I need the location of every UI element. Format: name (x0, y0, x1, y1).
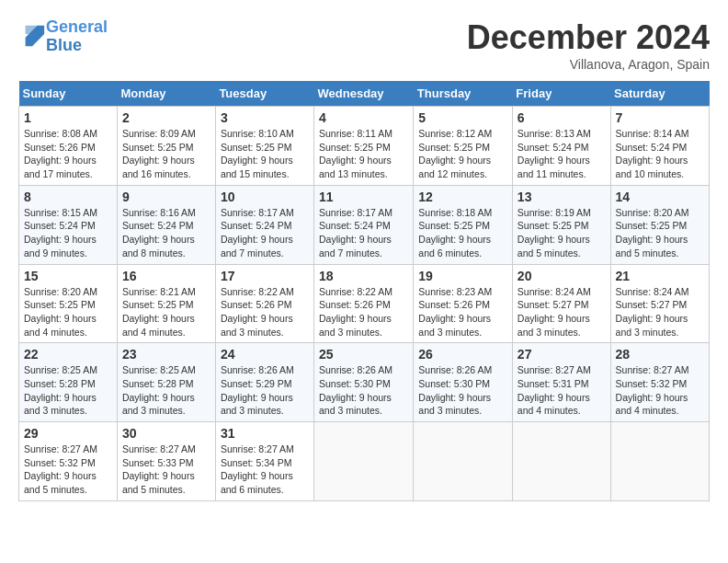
day-info: Sunrise: 8:08 AMSunset: 5:26 PMDaylight:… (24, 127, 112, 181)
day-number: 11 (319, 190, 408, 204)
day-info: Sunrise: 8:18 AMSunset: 5:25 PMDaylight:… (418, 206, 507, 260)
day-info: Sunrise: 8:24 AMSunset: 5:27 PMDaylight:… (616, 285, 704, 339)
day-number: 8 (24, 190, 112, 204)
calendar-cell: 4 Sunrise: 8:11 AMSunset: 5:25 PMDayligh… (314, 107, 414, 186)
calendar-cell (414, 422, 513, 501)
day-info: Sunrise: 8:20 AMSunset: 5:25 PMDaylight:… (24, 285, 112, 339)
day-info: Sunrise: 8:26 AMSunset: 5:30 PMDaylight:… (418, 363, 507, 418)
calendar-cell: 30 Sunrise: 8:27 AMSunset: 5:33 PMDaylig… (117, 422, 215, 501)
day-info: Sunrise: 8:27 AMSunset: 5:31 PMDaylight:… (518, 363, 606, 418)
calendar-cell: 20 Sunrise: 8:24 AMSunset: 5:27 PMDaylig… (512, 264, 610, 343)
day-number: 29 (24, 426, 112, 441)
col-header-wednesday: Wednesday (314, 81, 414, 107)
logo-icon (20, 22, 46, 48)
calendar-cell: 14 Sunrise: 8:20 AMSunset: 5:25 PMDaylig… (610, 185, 709, 264)
day-number: 26 (418, 347, 507, 362)
calendar-cell: 21 Sunrise: 8:24 AMSunset: 5:27 PMDaylig… (610, 264, 709, 343)
day-info: Sunrise: 8:20 AMSunset: 5:25 PMDaylight:… (616, 206, 704, 260)
day-info: Sunrise: 8:13 AMSunset: 5:24 PMDaylight:… (518, 127, 606, 181)
day-number: 18 (319, 269, 408, 283)
calendar-header-row: SundayMondayTuesdayWednesdayThursdayFrid… (19, 81, 710, 107)
day-info: Sunrise: 8:10 AMSunset: 5:25 PMDaylight:… (221, 127, 309, 181)
day-info: Sunrise: 8:22 AMSunset: 5:26 PMDaylight:… (221, 285, 309, 339)
page-header: General Blue December 2024 Villanova, Ar… (18, 18, 710, 72)
day-info: Sunrise: 8:15 AMSunset: 5:24 PMDaylight:… (24, 206, 112, 260)
col-header-friday: Friday (512, 81, 610, 107)
day-number: 6 (518, 110, 606, 125)
calendar-cell: 5 Sunrise: 8:12 AMSunset: 5:25 PMDayligh… (414, 107, 513, 186)
calendar-week-2: 8 Sunrise: 8:15 AMSunset: 5:24 PMDayligh… (19, 185, 710, 264)
day-info: Sunrise: 8:27 AMSunset: 5:32 PMDaylight:… (24, 442, 112, 497)
day-info: Sunrise: 8:16 AMSunset: 5:24 PMDaylight:… (122, 206, 210, 260)
day-number: 12 (418, 190, 507, 204)
day-number: 20 (518, 269, 606, 283)
day-info: Sunrise: 8:24 AMSunset: 5:27 PMDaylight:… (518, 285, 606, 339)
day-number: 30 (122, 426, 210, 441)
calendar-cell: 13 Sunrise: 8:19 AMSunset: 5:25 PMDaylig… (512, 185, 610, 264)
calendar-cell: 25 Sunrise: 8:26 AMSunset: 5:30 PMDaylig… (314, 343, 414, 422)
day-number: 14 (616, 190, 704, 204)
col-header-saturday: Saturday (610, 81, 709, 107)
day-number: 4 (319, 110, 408, 125)
calendar-cell: 3 Sunrise: 8:10 AMSunset: 5:25 PMDayligh… (215, 107, 313, 186)
day-number: 2 (122, 110, 210, 125)
calendar-cell: 10 Sunrise: 8:17 AMSunset: 5:24 PMDaylig… (215, 185, 313, 264)
day-number: 10 (221, 190, 309, 204)
day-info: Sunrise: 8:14 AMSunset: 5:24 PMDaylight:… (616, 127, 704, 181)
calendar-cell: 6 Sunrise: 8:13 AMSunset: 5:24 PMDayligh… (512, 107, 610, 186)
day-info: Sunrise: 8:17 AMSunset: 5:24 PMDaylight:… (221, 206, 309, 260)
calendar-week-5: 29 Sunrise: 8:27 AMSunset: 5:32 PMDaylig… (19, 422, 710, 501)
title-block: December 2024 Villanova, Aragon, Spain (467, 18, 710, 72)
calendar-cell: 11 Sunrise: 8:17 AMSunset: 5:24 PMDaylig… (314, 185, 414, 264)
day-info: Sunrise: 8:19 AMSunset: 5:25 PMDaylight:… (518, 206, 606, 260)
calendar-cell: 19 Sunrise: 8:23 AMSunset: 5:26 PMDaylig… (414, 264, 513, 343)
calendar-table: SundayMondayTuesdayWednesdayThursdayFrid… (18, 81, 710, 501)
day-info: Sunrise: 8:17 AMSunset: 5:24 PMDaylight:… (319, 206, 408, 260)
calendar-cell: 28 Sunrise: 8:27 AMSunset: 5:32 PMDaylig… (610, 343, 709, 422)
day-info: Sunrise: 8:27 AMSunset: 5:33 PMDaylight:… (122, 442, 210, 497)
location: Villanova, Aragon, Spain (467, 57, 710, 72)
calendar-cell: 29 Sunrise: 8:27 AMSunset: 5:32 PMDaylig… (19, 422, 118, 501)
calendar-cell: 12 Sunrise: 8:18 AMSunset: 5:25 PMDaylig… (414, 185, 513, 264)
day-info: Sunrise: 8:23 AMSunset: 5:26 PMDaylight:… (418, 285, 507, 339)
calendar-cell: 26 Sunrise: 8:26 AMSunset: 5:30 PMDaylig… (414, 343, 513, 422)
calendar-cell: 9 Sunrise: 8:16 AMSunset: 5:24 PMDayligh… (117, 185, 215, 264)
day-number: 31 (221, 426, 309, 441)
calendar-week-4: 22 Sunrise: 8:25 AMSunset: 5:28 PMDaylig… (19, 343, 710, 422)
day-number: 13 (518, 190, 606, 204)
day-info: Sunrise: 8:26 AMSunset: 5:30 PMDaylight:… (319, 363, 408, 418)
day-number: 25 (319, 347, 408, 362)
calendar-cell: 15 Sunrise: 8:20 AMSunset: 5:25 PMDaylig… (19, 264, 118, 343)
calendar-week-3: 15 Sunrise: 8:20 AMSunset: 5:25 PMDaylig… (19, 264, 710, 343)
day-number: 9 (122, 190, 210, 204)
day-info: Sunrise: 8:22 AMSunset: 5:26 PMDaylight:… (319, 285, 408, 339)
calendar-cell: 16 Sunrise: 8:21 AMSunset: 5:25 PMDaylig… (117, 264, 215, 343)
calendar-cell (512, 422, 610, 501)
day-number: 1 (24, 110, 112, 125)
day-number: 3 (221, 110, 309, 125)
logo: General Blue (18, 18, 108, 55)
day-info: Sunrise: 8:25 AMSunset: 5:28 PMDaylight:… (24, 363, 112, 418)
month-title: December 2024 (467, 18, 710, 57)
col-header-monday: Monday (117, 81, 215, 107)
calendar-week-1: 1 Sunrise: 8:08 AMSunset: 5:26 PMDayligh… (19, 107, 710, 186)
day-number: 21 (616, 269, 704, 283)
day-number: 24 (221, 347, 309, 362)
calendar-cell: 8 Sunrise: 8:15 AMSunset: 5:24 PMDayligh… (19, 185, 118, 264)
day-number: 15 (24, 269, 112, 283)
day-number: 28 (616, 347, 704, 362)
day-number: 19 (418, 269, 507, 283)
day-info: Sunrise: 8:25 AMSunset: 5:28 PMDaylight:… (122, 363, 210, 418)
logo-text: General Blue (46, 18, 108, 55)
calendar-cell (610, 422, 709, 501)
day-info: Sunrise: 8:11 AMSunset: 5:25 PMDaylight:… (319, 127, 408, 181)
calendar-cell: 24 Sunrise: 8:26 AMSunset: 5:29 PMDaylig… (215, 343, 313, 422)
day-info: Sunrise: 8:26 AMSunset: 5:29 PMDaylight:… (221, 363, 309, 418)
day-number: 17 (221, 269, 309, 283)
calendar-cell: 18 Sunrise: 8:22 AMSunset: 5:26 PMDaylig… (314, 264, 414, 343)
day-number: 7 (616, 110, 704, 125)
col-header-thursday: Thursday (414, 81, 513, 107)
day-number: 22 (24, 347, 112, 362)
calendar-cell: 17 Sunrise: 8:22 AMSunset: 5:26 PMDaylig… (215, 264, 313, 343)
calendar-cell: 23 Sunrise: 8:25 AMSunset: 5:28 PMDaylig… (117, 343, 215, 422)
